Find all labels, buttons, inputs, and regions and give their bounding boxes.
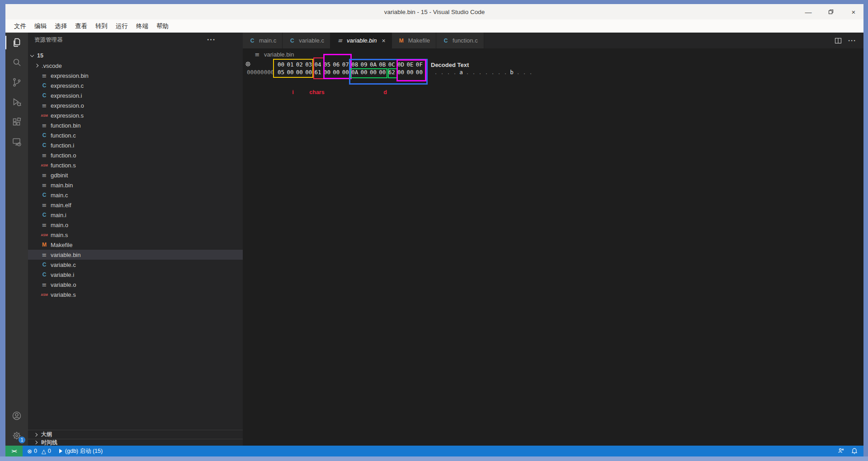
menu-help[interactable]: 帮助 [152, 21, 173, 31]
tab-function-c[interactable]: Cfunction.c [436, 33, 484, 48]
tree-item-main-o[interactable]: ≡main.o [28, 220, 243, 230]
feedback-icon[interactable] [837, 447, 844, 456]
tree-item-variable-c[interactable]: Cvariable.c [28, 260, 243, 270]
tree-item-variable-i[interactable]: Cvariable.i [28, 270, 243, 280]
remote-icon: >< [12, 448, 17, 454]
settings-badge: 1 [19, 437, 25, 443]
list-file-icon: ≡ [41, 172, 48, 179]
menu-file[interactable]: 文件 [10, 21, 30, 31]
breadcrumb[interactable]: ≡ variable.bin [243, 48, 863, 60]
hex-editor-canvas: 000102030405060708090A0B0C0D0E0F Decoded… [243, 60, 863, 446]
object-file-icon: ≡ [41, 281, 48, 288]
debug-launch-status[interactable]: (gdb) 启动 (15) [59, 447, 103, 455]
binary-file-icon: ≡ [41, 72, 48, 79]
activity-bar: 1 [5, 33, 28, 446]
outline-panel-header[interactable]: 大纲 [28, 430, 243, 439]
binary-file-icon: ≡ [41, 182, 48, 189]
makefile-icon: M [41, 242, 48, 248]
timeline-panel-header[interactable]: 时间线 [28, 439, 243, 446]
account-icon[interactable] [5, 406, 28, 426]
remote-explorer-icon[interactable] [5, 132, 28, 152]
menu-view[interactable]: 查看 [71, 21, 91, 31]
tree-item-expression-i[interactable]: Cexpression.i [28, 90, 243, 100]
tab-main-c[interactable]: Cmain.c [243, 33, 283, 48]
run-debug-icon[interactable] [5, 92, 28, 112]
binary-file-icon: ≡ [41, 122, 48, 129]
c-file-icon: C [41, 132, 48, 138]
c-file-icon: C [41, 212, 48, 218]
vscode-window: variable.bin - 15 - Visual Studio Code —… [5, 4, 863, 456]
close-icon[interactable]: × [382, 37, 385, 44]
menu-edit[interactable]: 编辑 [30, 21, 51, 31]
tree-item-variable-s[interactable]: ASMvariable.s [28, 290, 243, 299]
c-file-icon: C [288, 38, 296, 44]
menu-run[interactable]: 运行 [112, 21, 132, 31]
tree-item-main-s[interactable]: ASMmain.s [28, 230, 243, 240]
tree-item-function-s[interactable]: ASMfunction.s [28, 160, 243, 170]
settings-gear-icon[interactable]: 1 [5, 426, 28, 446]
annotation-label-d: d [383, 89, 387, 95]
tree-item-main-i[interactable]: Cmain.i [28, 210, 243, 220]
window-title: variable.bin - 15 - Visual Studio Code [5, 4, 863, 19]
split-editor-icon[interactable] [835, 37, 842, 44]
asm-file-icon: ASM [41, 164, 48, 167]
notifications-bell-icon[interactable] [851, 447, 858, 456]
tree-item-function-o[interactable]: ≡function.o [28, 150, 243, 160]
c-file-icon: C [41, 261, 48, 268]
tree-item-expression-bin[interactable]: ≡expression.bin [28, 71, 243, 81]
tree-item-main-bin[interactable]: ≡main.bin [28, 180, 243, 190]
tree-item-vscode[interactable]: .vscode [28, 61, 243, 71]
extensions-icon[interactable] [5, 112, 28, 132]
close-window-icon[interactable]: × [850, 8, 857, 15]
source-control-icon[interactable] [5, 72, 28, 92]
file-tree: 15 .vscode ≡expression.bin Cexpression.c… [28, 51, 243, 299]
hex-byte-row[interactable]: 05000000610000000A00000062000000 [278, 69, 425, 76]
explorer-sidebar: 资源管理器 ··· 15 .vscode ≡expression.bin Cex… [28, 33, 243, 446]
decoded-text-header: Decoded Text [431, 62, 469, 68]
tab-makefile[interactable]: MMakefile [392, 33, 436, 48]
menu-terminal[interactable]: 终端 [132, 21, 152, 31]
tree-item-function-i[interactable]: Cfunction.i [28, 140, 243, 150]
hex-settings-gear-icon[interactable] [245, 61, 251, 69]
chevron-right-icon [34, 432, 38, 436]
tree-item-gdbinit[interactable]: ≡gdbinit [28, 170, 243, 180]
asm-file-icon: ASM [41, 293, 48, 296]
restore-icon[interactable] [827, 8, 835, 15]
tree-item-function-bin[interactable]: ≡function.bin [28, 120, 243, 130]
minimize-icon[interactable]: — [805, 8, 812, 15]
asm-file-icon: ASM [41, 233, 48, 237]
c-file-icon: C [41, 142, 48, 148]
window-controls: — × [805, 4, 857, 19]
tab-variable-c[interactable]: Cvariable.c [283, 33, 330, 48]
search-icon[interactable] [5, 52, 28, 72]
tree-item-variable-o[interactable]: ≡variable.o [28, 280, 243, 290]
tab-variable-bin[interactable]: ≡variable.bin× [330, 33, 392, 48]
c-file-icon: C [41, 192, 48, 198]
tree-item-expression-s[interactable]: ASMexpression.s [28, 110, 243, 120]
debug-launch-label: (gdb) 启动 (15) [65, 447, 103, 455]
menu-selection[interactable]: 选择 [51, 21, 71, 31]
remote-indicator[interactable]: >< [5, 446, 23, 456]
explorer-icon[interactable] [5, 33, 28, 52]
binary-file-icon: ≡ [336, 37, 344, 44]
chevron-down-icon [30, 53, 34, 57]
tree-item-root-15[interactable]: 15 [28, 51, 243, 61]
c-file-icon: C [41, 92, 48, 99]
problems-status[interactable]: ⊗ 0 △ 0 [27, 448, 51, 455]
tree-item-function-c[interactable]: Cfunction.c [28, 130, 243, 140]
chevron-right-icon [34, 441, 38, 444]
menu-goto[interactable]: 转到 [91, 21, 112, 31]
tree-item-main-c[interactable]: Cmain.c [28, 190, 243, 200]
tree-item-expression-c[interactable]: Cexpression.c [28, 81, 243, 90]
tree-item-expression-o[interactable]: ≡expression.o [28, 100, 243, 110]
more-actions-icon[interactable]: ··· [207, 36, 216, 44]
tree-item-makefile[interactable]: MMakefile [28, 240, 243, 250]
tree-item-main-elf[interactable]: ≡main.elf [28, 200, 243, 210]
makefile-icon: M [398, 38, 405, 44]
hex-offset: 00000000 [247, 69, 274, 76]
more-actions-icon[interactable]: ··· [848, 37, 856, 44]
titlebar[interactable]: variable.bin - 15 - Visual Studio Code —… [5, 4, 863, 19]
tree-item-variable-bin[interactable]: ≡variable.bin [28, 250, 243, 260]
decoded-text-row[interactable]: ....a.......b... [433, 69, 534, 76]
c-file-icon: C [41, 82, 48, 89]
